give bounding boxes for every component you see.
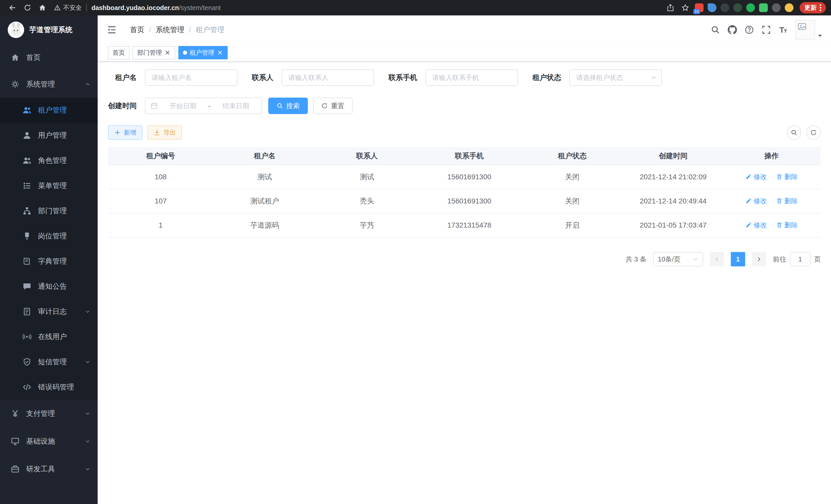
sidebar-item-menu[interactable]: 菜单管理 [0, 173, 98, 198]
chevron-down-icon [85, 466, 90, 472]
chevron-up-icon [85, 82, 90, 87]
column-header: 操作 [722, 147, 821, 165]
page-size-select[interactable]: 10条/页 [653, 252, 703, 266]
extension-icon-3[interactable] [720, 3, 729, 12]
add-button[interactable]: 新增 [108, 125, 142, 140]
chevron-down-icon [693, 256, 698, 262]
sidebar-item-audit-log[interactable]: 审计日志 [0, 299, 98, 324]
next-page-button[interactable] [752, 252, 766, 266]
github-icon[interactable] [728, 25, 737, 34]
sidebar-fold-icon[interactable] [107, 25, 117, 35]
users-icon [23, 106, 31, 115]
sidebar-item-dept[interactable]: 部门管理 [0, 198, 98, 224]
extension-icon-8[interactable] [785, 3, 794, 12]
book-icon [23, 257, 31, 266]
toggle-search-button[interactable] [787, 125, 801, 140]
column-header: 租户名 [213, 147, 316, 165]
url-bar[interactable]: dashboard.yudao.iocoder.cn/system/tenant [91, 4, 221, 11]
breadcrumb-item[interactable]: 系统管理 [156, 25, 184, 35]
sidebar-item-tenant[interactable]: 租户管理 [0, 98, 98, 123]
tab-home[interactable]: 首页 [108, 46, 130, 59]
extension-icon-7[interactable] [772, 3, 781, 12]
sidebar-item-role[interactable]: 角色管理 [0, 148, 98, 173]
reload-icon[interactable] [24, 4, 31, 11]
extension-icon-6[interactable] [759, 3, 768, 12]
export-button[interactable]: 导出 [147, 125, 182, 140]
avatar[interactable] [796, 20, 815, 39]
sidebar-group-devtools[interactable]: 研发工具 [0, 455, 98, 483]
sidebar-item-notice[interactable]: 通知公告 [0, 274, 98, 299]
select-placeholder: 请选择租户状态 [576, 73, 623, 82]
reset-button[interactable]: 重置 [313, 98, 352, 114]
sidebar-item-post[interactable]: 岗位管理 [0, 224, 98, 249]
font-size-icon[interactable] [779, 25, 788, 34]
filter-label: 租户名 [108, 73, 137, 83]
bookmark-star-icon[interactable] [682, 4, 689, 11]
sidebar-group-payment[interactable]: 支付管理 [0, 400, 98, 427]
sidebar-item-home[interactable]: 首页 [0, 44, 98, 71]
tab-close-icon[interactable] [217, 50, 223, 56]
breadcrumb-separator: / [149, 26, 151, 34]
table-row: 1 芋道源码 芋艿 17321315478 开启 2021-01-05 17:0… [108, 213, 821, 237]
fullscreen-icon[interactable] [762, 25, 771, 34]
back-icon[interactable] [9, 4, 17, 11]
pagination: 共 3 条 10条/页 1 前往 页 [108, 252, 821, 266]
update-button[interactable]: 更新 [800, 2, 826, 13]
date-range-picker[interactable]: 开始日期 - 结束日期 [145, 98, 262, 114]
phone-input[interactable] [426, 69, 518, 86]
tenant-name-input[interactable] [145, 69, 237, 86]
range-separator: - [208, 102, 211, 110]
refresh-table-button[interactable] [806, 125, 821, 140]
extension-icon-1[interactable]: 10 [695, 3, 704, 12]
cell-status: 开启 [521, 213, 624, 237]
search-button[interactable]: 搜索 [268, 98, 308, 114]
goto-page-input[interactable] [790, 252, 810, 266]
sidebar-item-dict[interactable]: 字典管理 [0, 249, 98, 274]
start-date-placeholder: 开始日期 [163, 101, 204, 111]
extension-icon-5[interactable] [746, 3, 755, 12]
share-icon[interactable] [666, 4, 674, 11]
home-icon[interactable] [38, 4, 46, 11]
monitor-icon [11, 437, 20, 446]
cell-tenant-name: 测试租户 [213, 189, 316, 213]
browser-menu-icon[interactable] [820, 4, 821, 11]
security-chip[interactable]: 不安全 [54, 4, 82, 12]
prev-page-button[interactable] [710, 252, 724, 266]
cell-tenant-id: 108 [108, 165, 213, 189]
delete-link[interactable]: 删除 [776, 221, 798, 230]
tab-tenant[interactable]: 租户管理 [178, 46, 228, 59]
sidebar-group-system[interactable]: 系统管理 [0, 71, 98, 98]
table-row: 108 测试 测试 15601691300 关闭 2021-12-14 21:0… [108, 165, 821, 189]
edit-link[interactable]: 修改 [745, 221, 767, 230]
tab-close-icon[interactable] [165, 50, 171, 56]
users-icon [23, 156, 31, 165]
sidebar-item-label: 审计日志 [38, 307, 67, 317]
delete-label: 删除 [784, 221, 798, 230]
url-path: /system/tenant [179, 4, 221, 11]
tab-dept[interactable]: 部门管理 [133, 46, 175, 59]
page-root: 不安全 dashboard.yudao.iocoder.cn/system/te… [0, 0, 831, 504]
sidebar-item-sms[interactable]: 短信管理 [0, 349, 98, 375]
sidebar-item-online-users[interactable]: 在线用户 [0, 324, 98, 349]
user-menu[interactable] [796, 20, 823, 39]
delete-link[interactable]: 删除 [776, 172, 798, 181]
edit-link[interactable]: 修改 [745, 197, 767, 206]
extension-icon-2[interactable] [708, 3, 716, 12]
sidebar-item-user[interactable]: 用户管理 [0, 123, 98, 148]
sidebar-group-infra[interactable]: 基础设施 [0, 427, 98, 455]
extension-icon-4[interactable] [733, 3, 742, 12]
chevron-down-icon [85, 439, 90, 444]
tenant-table: 租户编号 租户名 联系人 联系手机 租户状态 创建时间 操作 108 测试 [108, 147, 821, 238]
edit-link[interactable]: 修改 [745, 172, 767, 181]
sidebar-item-error-code[interactable]: 错误码管理 [0, 375, 98, 400]
breadcrumb-item[interactable]: 首页 [130, 25, 144, 35]
delete-link[interactable]: 删除 [776, 197, 798, 206]
search-icon[interactable] [711, 25, 720, 34]
cell-contact: 秃头 [316, 189, 418, 213]
status-select[interactable]: 请选择租户状态 [569, 69, 662, 86]
column-header: 创建时间 [624, 147, 722, 165]
breadcrumb: 首页 / 系统管理 / 租户管理 [130, 25, 225, 35]
help-icon[interactable] [745, 25, 754, 34]
contact-input[interactable] [282, 69, 374, 86]
page-number-button[interactable]: 1 [731, 252, 745, 266]
